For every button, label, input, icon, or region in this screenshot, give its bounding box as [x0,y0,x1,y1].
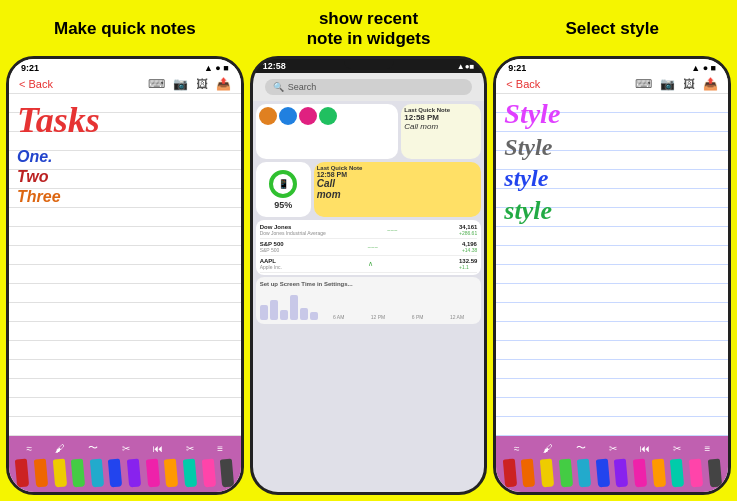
brush-icon-3[interactable]: 🖌 [543,443,553,454]
pencil-black-3[interactable] [707,459,721,488]
bar-5 [300,308,308,320]
pencil-orange[interactable] [34,459,48,488]
panel-select-style: Select style 9:21 ▲ ● ■ < Back ⌨ 📷 🖼 📤 S… [493,8,731,495]
phone1-bottom-bar: ≈ 🖌 〜 ✂ ⏮ ✂ ≡ [9,436,241,492]
cut-icon[interactable]: ✂ [186,443,194,454]
curve-icon[interactable]: 〜 [88,441,98,455]
pencil-yellow-3[interactable] [540,459,554,488]
pencil-pink[interactable] [145,459,159,488]
pencil-green-3[interactable] [558,459,572,488]
search-label: Search [288,82,317,92]
bar-3 [280,310,288,320]
stock-desc-sp500: S&P 500 [260,247,284,253]
tasks-text: Tasks [17,102,233,138]
keyboard-icon-3[interactable]: ⌨ [635,77,652,91]
pencil-cyan-3[interactable] [577,459,591,488]
phone2-frame: 12:58 ▲●■ 🔍 Search [250,56,488,495]
notch [344,59,394,69]
panel-quick-notes: Make quick notes 9:21 ▲ ● ■ < Back ⌨ 📷 🖼… [6,8,244,495]
phone1-note-content: Tasks One. Two Three [9,94,241,436]
stock-graph-dow: ~~~ [387,227,398,233]
phone2-signal-icons: ▲●■ [457,62,475,71]
scissors-icon[interactable]: ✂ [122,443,130,454]
pencil-blue[interactable] [108,459,122,488]
pencil-red[interactable] [15,459,29,488]
share-icon-3[interactable]: 📤 [703,77,718,91]
stock-row-dow: Dow Jones Dow Jones Industrial Average ~… [260,222,478,239]
cut-icon-3[interactable]: ✂ [673,443,681,454]
camera-icon-3[interactable]: 📷 [660,77,675,91]
note-line-3: Three [17,188,233,206]
note-line-1: One. [17,148,233,166]
phone3-time: 9:21 [508,63,526,73]
stock-change-dow: +286.61 [459,230,477,236]
pencil-blue-3[interactable] [596,459,610,488]
battery-inner-icon: 📱 [278,179,289,189]
style-word-1: Style [504,98,720,130]
brush-icon[interactable]: 🖌 [55,443,65,454]
panel2-title: show recentnote in widgets [307,8,431,50]
phone3-icons: ▲ ● ■ [691,63,716,73]
pencil-row [11,458,239,488]
rewind-icon-3[interactable]: ⏮ [640,443,650,454]
pencil-purple-3[interactable] [614,459,628,488]
pencil-orange-3[interactable] [521,459,535,488]
rewind-icon[interactable]: ⏮ [153,443,163,454]
tool-row: ≈ 🖌 〜 ✂ ⏮ ✂ ≡ [11,440,239,456]
battery-percentage: 95% [274,200,292,210]
search-bar[interactable]: 🔍 Search [265,79,473,95]
menu-icon[interactable]: ≡ [217,443,223,454]
wave-icon[interactable]: ≈ [27,443,33,454]
screen-time-widget: Set up Screen Time in Settings... 6 AM12… [256,277,482,324]
phone1-toolbar-icons: ⌨ 📷 🖼 📤 [148,77,231,91]
stock-row-aapl: AAPL Apple Inc. ∧ 132.59 +1.1 [260,256,478,273]
scissors-icon-3[interactable]: ✂ [609,443,617,454]
camera-icon[interactable]: 📷 [173,77,188,91]
pencil-yellow[interactable] [52,459,66,488]
image-icon-3[interactable]: 🖼 [683,77,695,91]
phone3-status-bar: 9:21 ▲ ● ■ [496,59,728,75]
curve-icon-3[interactable]: 〜 [576,441,586,455]
pencil-hotpink[interactable] [201,459,215,488]
phone2-search-area: 🔍 Search [253,73,485,101]
phone2-status-bar: 12:58 ▲●■ [253,59,485,73]
phone3-toolbar: < Back ⌨ 📷 🖼 📤 [496,75,728,94]
pencil-hotpink-3[interactable] [689,459,703,488]
pencil-teal-3[interactable] [670,459,684,488]
pencil-green[interactable] [71,459,85,488]
phone3-back-button[interactable]: < Back [506,78,540,90]
pencil-gold-3[interactable] [651,459,665,488]
time-bar: 6 AM12 PM6 PM12 AM [260,290,478,320]
pencil-gold[interactable] [164,459,178,488]
menu-icon-3[interactable]: ≡ [705,443,711,454]
yellow-note-body: Callmom [317,178,479,200]
phone1-toolbar: < Back ⌨ 📷 🖼 📤 [9,75,241,94]
keyboard-icon[interactable]: ⌨ [148,77,165,91]
screen-time-title: Set up Screen Time in Settings... [260,281,478,287]
note-line-2: Two [17,168,233,186]
pencil-teal[interactable] [183,459,197,488]
stock-change-aapl: +1.1 [459,264,477,270]
widget-top-row: Last Quick Note 12:58 PM Call mom [256,104,482,159]
stock-change-sp500: +14.38 [462,247,477,253]
image-icon[interactable]: 🖼 [196,77,208,91]
pencil-cyan[interactable] [90,459,104,488]
style-word-4: style [504,196,720,226]
pencil-black[interactable] [220,459,234,488]
share-icon[interactable]: 📤 [216,77,231,91]
search-icon: 🔍 [273,82,284,92]
contact-4 [319,107,337,125]
battery-row: 📱 95% Last Quick Note 12:58 PM Callmom [256,162,482,217]
tool-row-3: ≈ 🖌 〜 ✂ ⏮ ✂ ≡ [498,440,726,456]
stock-graph-aapl: ∧ [368,260,373,268]
pencil-purple[interactable] [127,459,141,488]
phone1-time: 9:21 [21,63,39,73]
pencil-row-3 [498,458,726,488]
pencil-pink-3[interactable] [633,459,647,488]
pencil-red-3[interactable] [502,459,516,488]
phone1-back-button[interactable]: < Back [19,78,53,90]
wave-icon-3[interactable]: ≈ [514,443,520,454]
phone3-frame: 9:21 ▲ ● ■ < Back ⌨ 📷 🖼 📤 Style Style st… [493,56,731,495]
phone3-note-content: Style Style style style [496,94,728,436]
widget-note-time: 12:58 PM [404,113,478,122]
